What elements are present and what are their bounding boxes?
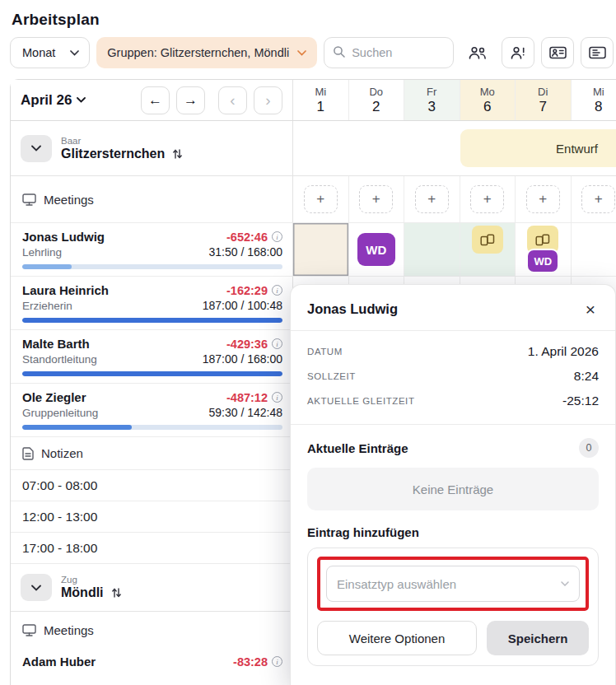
info-icon[interactable]: i	[272, 285, 282, 296]
annotation-highlight: Einsatztyp auswählen	[317, 557, 589, 611]
schedule-cell[interactable]: WD	[516, 223, 572, 276]
save-button[interactable]: Speichern	[487, 621, 589, 655]
chevron-down-icon	[70, 50, 79, 56]
shift-type-icon-badge[interactable]	[472, 226, 503, 254]
plus-icon: +	[483, 191, 492, 207]
view-select-value: Monat	[22, 46, 55, 59]
hours-progress-track	[22, 425, 282, 430]
info-icon[interactable]: i	[272, 338, 282, 349]
info-icon[interactable]: i	[272, 392, 282, 403]
close-icon[interactable]: ×	[582, 299, 599, 319]
add-meeting-button[interactable]: +	[359, 185, 393, 213]
search-input[interactable]	[352, 46, 442, 59]
arrow-left-icon: ←	[148, 92, 162, 109]
prev-month-button[interactable]: ←	[141, 86, 170, 114]
hours-progress-fill	[22, 425, 132, 430]
next-month-button[interactable]: →	[176, 86, 205, 114]
groups-filter[interactable]: Gruppen: Glitzersternchen, Möndli	[96, 37, 317, 68]
badge-card-icon[interactable]	[581, 37, 614, 68]
add-entry-title: Eintrag hinzufügen	[307, 525, 599, 539]
meetings-row: Meetings + + + + + +	[11, 176, 616, 223]
month-label: April 26	[21, 92, 72, 109]
add-meeting-button[interactable]: +	[304, 185, 338, 213]
status-badge-draft[interactable]: Entwurf	[460, 129, 616, 167]
shift-badge-wd[interactable]: WD	[526, 249, 559, 273]
info-icon[interactable]: i	[272, 656, 282, 667]
hours-progress-fill	[22, 371, 282, 376]
chevron-down-icon	[297, 50, 306, 56]
team-icon[interactable]	[460, 37, 495, 68]
person-alert-icon[interactable]	[502, 37, 534, 68]
prev-page-button[interactable]: ‹	[218, 86, 247, 114]
employee-row-jonas-ludwig: Jonas Ludwig -652:46 i Lehrling 31:50 / …	[11, 223, 616, 277]
day-header: Di7	[516, 80, 572, 120]
employee-role: Gruppenleitung	[22, 407, 98, 419]
group-row-glitzersternchen: Baar Glitzersternchen En	[11, 121, 616, 176]
time-slot-label: 07:00 - 08:00	[11, 470, 292, 501]
chevron-right-icon: ›	[265, 91, 270, 110]
hours-progress-fill	[22, 264, 72, 269]
contact-card-icon[interactable]	[541, 37, 574, 68]
collapse-group-button[interactable]	[21, 135, 52, 162]
flextime-delta: -429:36	[226, 338, 268, 351]
chevron-down-icon	[77, 97, 86, 103]
schedule-cell[interactable]	[460, 223, 516, 276]
sort-icon[interactable]	[172, 148, 183, 160]
more-options-button[interactable]: Weitere Optionen	[317, 621, 477, 655]
hours-progress-track	[22, 264, 282, 269]
add-meeting-button[interactable]: +	[581, 185, 615, 213]
employee-hours: 187:00 / 168:00	[203, 352, 282, 366]
collapse-group-button[interactable]	[21, 574, 52, 601]
employee-role: Standortleitung	[22, 353, 97, 366]
day-header: Fr3	[404, 80, 460, 120]
schedule-cell-selected[interactable]	[293, 223, 349, 276]
day-header: Mo6	[460, 80, 516, 120]
employee-name: Laura Heinrich	[22, 283, 109, 297]
time-slot-label: 12:00 - 13:00	[11, 501, 292, 532]
flextime-delta: -487:12	[226, 391, 268, 404]
toolbar: Monat Gruppen: Glitzersternchen, Möndli	[10, 36, 616, 69]
view-select[interactable]: Monat	[10, 37, 90, 68]
employee-name: Jonas Ludwig	[22, 230, 105, 244]
notes-icon	[22, 447, 34, 460]
entry-type-select[interactable]: Einsatztyp auswählen	[326, 566, 580, 602]
schedule-cell[interactable]: WD	[349, 223, 405, 276]
schedule-cell[interactable]	[572, 223, 616, 276]
flextime-delta: -83:28	[233, 655, 268, 669]
next-page-button[interactable]: ›	[254, 86, 282, 114]
search-box	[324, 37, 454, 68]
meetings-icon	[22, 193, 36, 206]
employee-name: Ole Ziegler	[22, 390, 86, 404]
add-meeting-button[interactable]: +	[415, 185, 449, 213]
employee-hours: 31:50 / 168:00	[208, 245, 282, 259]
time-slot-label: 17:00 - 18:00	[11, 533, 292, 563]
group-name: Glitzersternchen	[61, 147, 165, 161]
sort-icon[interactable]	[111, 587, 122, 599]
plus-icon: +	[316, 191, 324, 207]
employee-role: Lehrling	[22, 246, 62, 259]
entries-count-badge: 0	[579, 438, 599, 458]
add-meeting-button[interactable]: +	[526, 185, 560, 213]
schedule-cell[interactable]	[404, 223, 460, 276]
chevron-left-icon: ‹	[230, 91, 235, 110]
group-location: Baar	[61, 136, 183, 146]
month-selector[interactable]: April 26	[21, 92, 86, 109]
chevron-down-icon	[561, 581, 569, 586]
employee-hours: 59:30 / 142:48	[208, 406, 282, 419]
popover-title: Jonas Ludwig	[307, 301, 398, 317]
hours-progress-track	[22, 371, 282, 376]
page-title: Arbeitsplan	[0, 0, 616, 29]
shift-badge-wd[interactable]: WD	[357, 233, 395, 266]
arbeitsplan-screen: Arbeitsplan Monat Gruppen: Glitzersternc…	[0, 0, 616, 685]
search-icon	[333, 45, 345, 61]
info-icon[interactable]: i	[272, 231, 282, 242]
current-entries-title: Aktuelle Einträge	[307, 441, 408, 455]
hours-progress-track	[22, 318, 282, 323]
add-meeting-button[interactable]: +	[470, 185, 504, 213]
plus-icon: +	[427, 191, 436, 207]
day-entry-popover: Jonas Ludwig × DATUM 1. April 2026 SOLLZ…	[290, 284, 616, 685]
employee-role: Erzieherin	[22, 300, 72, 312]
hours-progress-fill	[22, 318, 282, 323]
divider	[291, 424, 615, 425]
employee-name: Adam Huber	[22, 655, 96, 669]
